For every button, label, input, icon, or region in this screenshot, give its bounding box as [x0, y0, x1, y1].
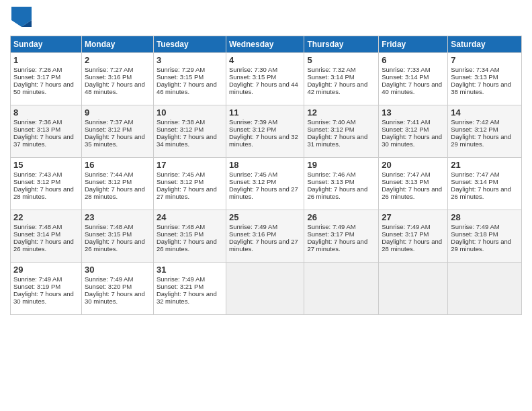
- daylight: Daylight: 7 hours and 27 minutes.: [157, 185, 217, 200]
- sunset: Sunset: 3:15 PM: [85, 230, 132, 238]
- calendar-cell: 25Sunrise: 7:49 AMSunset: 3:16 PMDayligh…: [226, 210, 304, 262]
- day-number: 7: [451, 55, 519, 65]
- sunrise: Sunrise: 7:48 AM: [85, 223, 133, 230]
- sunset: Sunset: 3:16 PM: [85, 73, 132, 81]
- daylight: Daylight: 7 hours and 28 minutes.: [85, 185, 145, 200]
- sunrise: Sunrise: 7:49 AM: [451, 223, 499, 230]
- calendar-cell: 14Sunrise: 7:42 AMSunset: 3:12 PMDayligh…: [448, 105, 522, 157]
- day-number: 29: [13, 265, 79, 275]
- day-number: 9: [85, 107, 150, 118]
- day-number: 12: [307, 107, 375, 118]
- col-header-wednesday: Wednesday: [226, 36, 304, 52]
- calendar-cell: 18Sunrise: 7:45 AMSunset: 3:12 PMDayligh…: [226, 157, 304, 210]
- sunrise: Sunrise: 7:37 AM: [85, 118, 133, 126]
- sunset: Sunset: 3:12 PM: [85, 178, 132, 185]
- sunrise: Sunrise: 7:30 AM: [229, 66, 277, 73]
- sunrise: Sunrise: 7:49 AM: [13, 275, 62, 283]
- page-header: [10, 7, 522, 30]
- calendar-cell: 7Sunrise: 7:34 AMSunset: 3:13 PMDaylight…: [448, 52, 522, 105]
- day-number: 24: [157, 212, 223, 222]
- day-number: 8: [13, 107, 79, 118]
- day-number: 19: [307, 160, 375, 170]
- logo-icon: [11, 7, 32, 27]
- sunrise: Sunrise: 7:46 AM: [307, 171, 355, 178]
- daylight: Daylight: 7 hours and 44 minutes.: [229, 81, 298, 95]
- daylight: Daylight: 7 hours and 27 minutes.: [229, 238, 298, 253]
- sunrise: Sunrise: 7:45 AM: [229, 171, 277, 178]
- daylight: Daylight: 7 hours and 48 minutes.: [85, 81, 145, 95]
- daylight: Daylight: 7 hours and 26 minutes.: [382, 185, 442, 200]
- calendar-cell: [226, 262, 304, 314]
- calendar-cell: 15Sunrise: 7:43 AMSunset: 3:12 PMDayligh…: [11, 157, 82, 210]
- sunset: Sunset: 3:12 PM: [13, 178, 60, 185]
- sunrise: Sunrise: 7:29 AM: [157, 66, 205, 73]
- calendar-cell: [379, 262, 448, 314]
- sunrise: Sunrise: 7:49 AM: [382, 223, 430, 230]
- sunrise: Sunrise: 7:39 AM: [229, 118, 277, 126]
- day-number: 30: [85, 265, 150, 275]
- week-row-5: 29Sunrise: 7:49 AMSunset: 3:19 PMDayligh…: [11, 262, 522, 314]
- day-number: 4: [229, 55, 301, 65]
- day-number: 22: [13, 212, 79, 222]
- calendar-table: SundayMondayTuesdayWednesdayThursdayFrid…: [10, 36, 522, 315]
- day-number: 11: [229, 107, 301, 118]
- day-number: 31: [157, 265, 223, 275]
- calendar-cell: 11Sunrise: 7:39 AMSunset: 3:12 PMDayligh…: [226, 105, 304, 157]
- calendar-cell: [304, 262, 379, 314]
- sunrise: Sunrise: 7:42 AM: [451, 118, 499, 126]
- calendar-cell: 21Sunrise: 7:47 AMSunset: 3:14 PMDayligh…: [448, 157, 522, 210]
- sunrise: Sunrise: 7:44 AM: [85, 171, 133, 178]
- calendar-cell: 17Sunrise: 7:45 AMSunset: 3:12 PMDayligh…: [153, 157, 226, 210]
- daylight: Daylight: 7 hours and 34 minutes.: [157, 133, 217, 148]
- day-number: 25: [229, 212, 301, 222]
- sunset: Sunset: 3:21 PM: [157, 283, 204, 290]
- day-number: 15: [13, 160, 79, 170]
- sunrise: Sunrise: 7:33 AM: [382, 66, 430, 73]
- sunrise: Sunrise: 7:27 AM: [85, 66, 133, 73]
- daylight: Daylight: 7 hours and 31 minutes.: [307, 133, 367, 148]
- daylight: Daylight: 7 hours and 30 minutes.: [382, 133, 442, 148]
- daylight: Daylight: 7 hours and 46 minutes.: [157, 81, 217, 95]
- sunset: Sunset: 3:13 PM: [451, 73, 498, 81]
- sunrise: Sunrise: 7:26 AM: [13, 66, 62, 73]
- calendar-cell: 26Sunrise: 7:49 AMSunset: 3:17 PMDayligh…: [304, 210, 379, 262]
- daylight: Daylight: 7 hours and 26 minutes.: [451, 185, 511, 200]
- sunrise: Sunrise: 7:41 AM: [382, 118, 430, 126]
- daylight: Daylight: 7 hours and 26 minutes.: [157, 238, 217, 253]
- calendar-cell: 12Sunrise: 7:40 AMSunset: 3:12 PMDayligh…: [304, 105, 379, 157]
- day-number: 21: [451, 160, 519, 170]
- daylight: Daylight: 7 hours and 32 minutes.: [157, 290, 217, 305]
- sunrise: Sunrise: 7:47 AM: [451, 171, 499, 178]
- daylight: Daylight: 7 hours and 26 minutes.: [85, 238, 145, 253]
- calendar-cell: 1Sunrise: 7:26 AMSunset: 3:17 PMDaylight…: [11, 52, 82, 105]
- sunrise: Sunrise: 7:38 AM: [157, 118, 205, 126]
- sunset: Sunset: 3:13 PM: [382, 178, 429, 185]
- sunset: Sunset: 3:12 PM: [451, 126, 498, 133]
- daylight: Daylight: 7 hours and 35 minutes.: [85, 133, 145, 148]
- sunrise: Sunrise: 7:36 AM: [13, 118, 62, 126]
- calendar-cell: 19Sunrise: 7:46 AMSunset: 3:13 PMDayligh…: [304, 157, 379, 210]
- daylight: Daylight: 7 hours and 28 minutes.: [382, 238, 442, 253]
- sunset: Sunset: 3:13 PM: [13, 126, 60, 133]
- sunset: Sunset: 3:17 PM: [307, 230, 354, 238]
- sunset: Sunset: 3:14 PM: [307, 73, 354, 81]
- week-row-1: 1Sunrise: 7:26 AMSunset: 3:17 PMDaylight…: [11, 52, 522, 105]
- calendar-cell: 13Sunrise: 7:41 AMSunset: 3:12 PMDayligh…: [379, 105, 448, 157]
- daylight: Daylight: 7 hours and 28 minutes.: [13, 185, 74, 200]
- calendar-cell: 29Sunrise: 7:49 AMSunset: 3:19 PMDayligh…: [11, 262, 82, 314]
- sunset: Sunset: 3:12 PM: [229, 178, 276, 185]
- day-number: 27: [382, 212, 445, 222]
- day-number: 26: [307, 212, 375, 222]
- sunrise: Sunrise: 7:48 AM: [157, 223, 205, 230]
- calendar-cell: [448, 262, 522, 314]
- sunset: Sunset: 3:19 PM: [13, 283, 60, 290]
- daylight: Daylight: 7 hours and 27 minutes.: [307, 238, 367, 253]
- daylight: Daylight: 7 hours and 42 minutes.: [307, 81, 367, 95]
- sunrise: Sunrise: 7:43 AM: [13, 171, 62, 178]
- sunrise: Sunrise: 7:49 AM: [85, 275, 133, 283]
- sunset: Sunset: 3:12 PM: [85, 126, 132, 133]
- sunset: Sunset: 3:17 PM: [13, 73, 60, 81]
- day-number: 20: [382, 160, 445, 170]
- day-number: 18: [229, 160, 301, 170]
- day-number: 16: [85, 160, 150, 170]
